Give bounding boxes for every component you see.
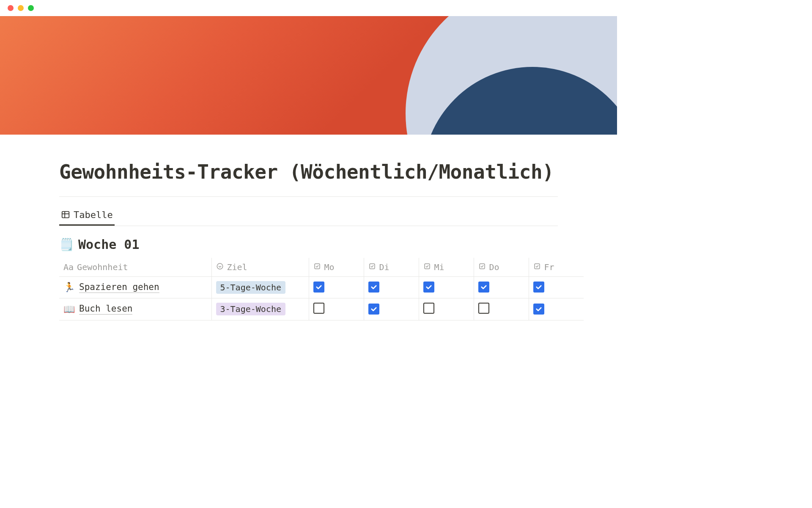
column-label: Gewohnheit: [77, 262, 128, 272]
app-window: Gewohnheits-Tracker (Wöchentlich/Monatli…: [0, 0, 617, 337]
goal-tag: 5-Tage-Woche: [216, 281, 286, 294]
column-label: Do: [489, 262, 499, 272]
cell-day: [529, 298, 584, 320]
svg-rect-8: [535, 264, 540, 269]
column-label: Mi: [434, 262, 444, 272]
goal-tag: 3-Tage-Woche: [216, 303, 286, 315]
checkbox-icon: [313, 262, 321, 272]
section-heading: 🗒️ Woche 01: [59, 237, 558, 252]
checkbox-icon: [368, 262, 376, 272]
day-checkbox[interactable]: [368, 304, 379, 315]
cell-day: [419, 276, 474, 298]
cell-day: [474, 276, 529, 298]
column-label: Fr: [544, 262, 554, 272]
close-icon[interactable]: [8, 5, 14, 11]
day-checkbox[interactable]: [423, 282, 434, 293]
window-titlebar: [0, 0, 617, 16]
cell-day: [419, 298, 474, 320]
checkbox-icon: [533, 262, 541, 272]
checkbox-icon: [478, 262, 486, 272]
cell-goal[interactable]: 3-Tage-Woche: [211, 298, 309, 320]
habit-emoji-icon: 🏃: [63, 282, 75, 293]
column-header-thu[interactable]: Do: [474, 258, 529, 277]
cell-habit-name[interactable]: 📖Buch lesen: [59, 298, 211, 320]
cell-day: [309, 298, 364, 320]
select-icon: [216, 262, 224, 272]
svg-rect-0: [62, 212, 69, 218]
day-checkbox[interactable]: [478, 303, 489, 314]
svg-rect-6: [425, 264, 430, 269]
table-row: 📖Buch lesen3-Tage-Woche: [59, 298, 584, 320]
section-title: Woche 01: [78, 237, 140, 252]
column-header-fri[interactable]: Fr: [529, 258, 584, 277]
column-label: Di: [379, 262, 390, 272]
checkbox-icon: [423, 262, 431, 272]
divider: [59, 196, 558, 197]
svg-rect-4: [315, 264, 320, 269]
column-header-name[interactable]: Aa Gewohnheit: [59, 258, 211, 277]
table-icon: [61, 210, 70, 219]
view-tabs: Tabelle: [59, 206, 558, 226]
text-type-icon: Aa: [63, 262, 74, 272]
column-label: Mo: [324, 262, 335, 272]
cell-goal[interactable]: 5-Tage-Woche: [211, 276, 309, 298]
svg-rect-7: [480, 264, 485, 269]
tab-label: Tabelle: [74, 210, 113, 220]
cell-day: [529, 276, 584, 298]
cell-habit-name[interactable]: 🏃Spazieren gehen: [59, 276, 211, 298]
habit-emoji-icon: 📖: [63, 304, 75, 315]
day-checkbox[interactable]: [533, 304, 544, 315]
day-checkbox[interactable]: [368, 282, 379, 293]
page-title: Gewohnheits-Tracker (Wöchentlich/Monatli…: [59, 160, 558, 185]
column-header-goal[interactable]: Ziel: [211, 258, 309, 277]
cell-day: [309, 276, 364, 298]
day-checkbox[interactable]: [478, 282, 489, 293]
habit-name-text: Spazieren gehen: [79, 282, 159, 293]
cell-day: [364, 298, 419, 320]
page-content: Gewohnheits-Tracker (Wöchentlich/Monatli…: [0, 135, 617, 337]
habit-table: Aa Gewohnheit Ziel: [59, 258, 584, 320]
column-header-wed[interactable]: Mi: [419, 258, 474, 277]
svg-point-3: [217, 263, 223, 269]
cell-day: [364, 276, 419, 298]
minimize-icon[interactable]: [18, 5, 24, 11]
cell-day: [474, 298, 529, 320]
column-header-mon[interactable]: Mo: [309, 258, 364, 277]
svg-rect-5: [370, 264, 375, 269]
notepad-icon: 🗒️: [59, 237, 74, 251]
column-label: Ziel: [227, 262, 247, 272]
maximize-icon[interactable]: [28, 5, 34, 11]
column-header-tue[interactable]: Di: [364, 258, 419, 277]
day-checkbox[interactable]: [423, 303, 434, 314]
table-row: 🏃Spazieren gehen5-Tage-Woche: [59, 276, 584, 298]
day-checkbox[interactable]: [533, 282, 544, 293]
tab-table[interactable]: Tabelle: [59, 206, 115, 226]
day-checkbox[interactable]: [313, 303, 324, 314]
day-checkbox[interactable]: [313, 282, 324, 293]
page-cover-image: [0, 16, 617, 135]
habit-name-text: Buch lesen: [79, 304, 132, 315]
